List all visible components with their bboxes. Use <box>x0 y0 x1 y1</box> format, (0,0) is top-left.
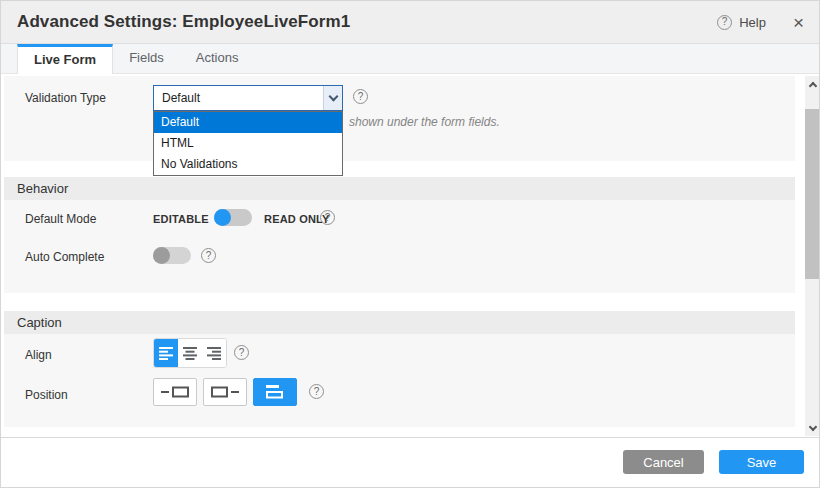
dropdown-option-no-validations[interactable]: No Validations <box>154 154 342 175</box>
tab-label: Live Form <box>34 52 96 67</box>
validation-section-panel: Validation Type Default ? shown under th… <box>4 76 795 161</box>
chevron-down-icon <box>328 91 338 101</box>
position-label-left-button[interactable] <box>153 378 197 406</box>
help-icon[interactable]: ? <box>717 15 732 30</box>
validation-type-dropdown-list: Default HTML No Validations <box>153 111 343 176</box>
tab-live-form[interactable]: Live Form <box>17 44 113 74</box>
auto-complete-help-icon[interactable]: ? <box>201 248 216 263</box>
align-label: Align <box>25 348 52 362</box>
align-center-button[interactable] <box>178 339 202 367</box>
align-left-icon <box>159 347 174 360</box>
question-mark-glyph: ? <box>314 387 320 397</box>
default-mode-help-icon[interactable]: ? <box>320 210 335 225</box>
auto-complete-toggle[interactable] <box>153 247 191 264</box>
scrollbar-up-button[interactable] <box>805 76 820 92</box>
auto-complete-label: Auto Complete <box>25 250 104 264</box>
tab-label: Actions <box>196 50 239 65</box>
settings-scroll-area: Validation Type Default ? shown under th… <box>1 74 820 438</box>
chevron-down-icon <box>808 422 816 430</box>
behavior-section-header: Behavior <box>4 177 795 200</box>
default-mode-toggle[interactable] <box>214 209 252 226</box>
advanced-settings-dialog: Advanced Settings: EmployeeLiveForm1 ? H… <box>0 0 820 488</box>
header-actions: ? Help × <box>717 1 804 43</box>
align-right-icon <box>207 347 222 360</box>
align-center-icon <box>183 347 198 360</box>
behavior-section-panel: Default Mode EDITABLE READ ONLY ? Auto C… <box>4 200 795 293</box>
question-mark-glyph: ? <box>358 92 364 102</box>
editable-option-label: EDITABLE <box>153 213 209 225</box>
dialog-header: Advanced Settings: EmployeeLiveForm1 ? H… <box>1 1 819 43</box>
cancel-button[interactable]: Cancel <box>623 450 704 474</box>
dialog-footer: Cancel Save <box>1 439 820 488</box>
tab-bar: Live Form Fields Actions <box>1 43 819 74</box>
caption-section-panel: Align <box>4 334 795 427</box>
scrollbar-down-button[interactable] <box>805 420 820 436</box>
position-label: Position <box>25 388 68 402</box>
align-right-button[interactable] <box>202 339 226 367</box>
dialog-title: Advanced Settings: EmployeeLiveForm1 <box>17 12 350 32</box>
caption-section-header: Caption <box>4 311 795 334</box>
chevron-up-icon <box>808 81 816 89</box>
question-mark-glyph: ? <box>722 17 728 27</box>
vertical-scrollbar[interactable] <box>805 76 820 436</box>
toggle-knob <box>153 247 170 264</box>
label-top-icon <box>266 385 284 399</box>
question-mark-glyph: ? <box>239 348 245 358</box>
default-mode-label: Default Mode <box>25 212 96 226</box>
tab-label: Fields <box>129 50 164 65</box>
tab-fields[interactable]: Fields <box>113 44 180 73</box>
caption-position-group <box>153 378 297 406</box>
position-label-top-button[interactable] <box>253 378 297 406</box>
align-left-button[interactable] <box>154 339 178 367</box>
align-help-icon[interactable]: ? <box>234 345 249 360</box>
tab-actions[interactable]: Actions <box>180 44 255 73</box>
question-mark-glyph: ? <box>206 251 212 261</box>
validation-type-value: Default <box>162 86 200 110</box>
validation-type-help-icon[interactable]: ? <box>353 89 368 104</box>
validation-helper-text: shown under the form fields. <box>349 115 500 129</box>
close-icon[interactable]: × <box>793 13 804 32</box>
validation-type-select[interactable]: Default <box>153 85 343 111</box>
label-right-icon <box>211 386 239 398</box>
select-dropdown-button[interactable] <box>323 86 342 110</box>
save-button[interactable]: Save <box>719 450 804 474</box>
question-mark-glyph: ? <box>325 213 331 223</box>
validation-type-label: Validation Type <box>25 91 106 105</box>
position-help-icon[interactable]: ? <box>309 384 324 399</box>
scrollbar-thumb[interactable] <box>805 109 820 279</box>
caption-align-group <box>153 338 227 368</box>
label-left-icon <box>161 386 189 398</box>
help-link[interactable]: Help <box>739 15 766 30</box>
toggle-knob <box>214 209 231 226</box>
position-label-right-button[interactable] <box>203 378 247 406</box>
dropdown-option-default[interactable]: Default <box>154 112 342 133</box>
dropdown-option-html[interactable]: HTML <box>154 133 342 154</box>
